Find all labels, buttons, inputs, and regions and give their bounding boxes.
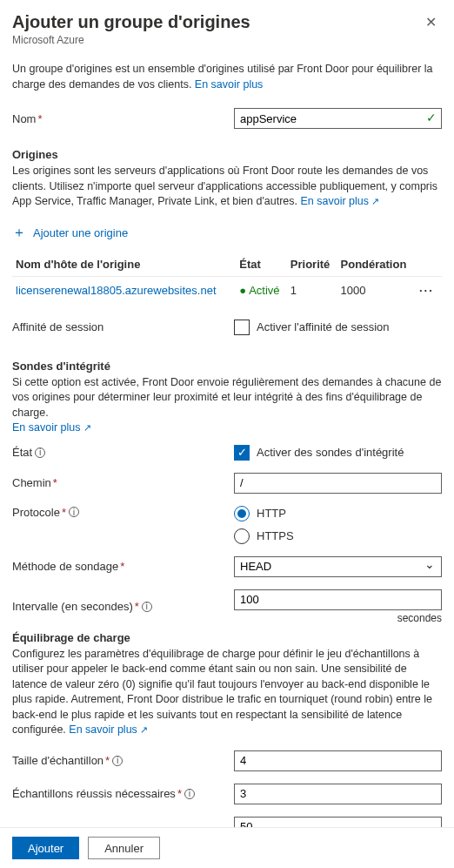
status-enabled-icon: ●: [239, 284, 246, 297]
panel-title: Ajouter un groupe d'origines: [12, 12, 250, 32]
probe-method-select[interactable]: HEAD: [234, 556, 442, 577]
name-input[interactable]: [234, 108, 442, 129]
col-priority: Priorité: [287, 252, 337, 277]
info-icon[interactable]: i: [112, 756, 123, 766]
session-affinity-checkbox[interactable]: [234, 320, 250, 335]
col-status: État: [236, 252, 286, 277]
origin-weight: 1000: [337, 276, 416, 304]
probe-interval-unit: secondes: [234, 612, 442, 624]
probe-state-label: État i: [12, 446, 234, 459]
panel-subtitle: Microsoft Azure: [12, 34, 250, 46]
protocol-https-radio[interactable]: HTTPS: [234, 528, 442, 544]
col-weight: Pondération: [337, 252, 416, 277]
origin-priority: 1: [287, 276, 337, 304]
row-more-icon[interactable]: ···: [419, 284, 434, 297]
health-probes-desc: Si cette option est activée, Front Door …: [12, 375, 442, 436]
sample-size-input[interactable]: [234, 750, 442, 771]
origin-status: ● Activé: [236, 276, 286, 304]
probe-state-text: Activer des sondes d'intégrité: [257, 446, 404, 459]
radio-icon: [234, 506, 250, 521]
session-affinity-label: Affinité de session: [12, 320, 234, 333]
add-origin-label: Ajouter une origine: [33, 226, 128, 239]
probe-protocol-label: Protocole* i: [12, 506, 234, 519]
origins-table: Nom d'hôte de l'origine État Priorité Po…: [12, 252, 442, 304]
info-icon[interactable]: i: [69, 507, 79, 517]
health-probes-learn-more-link[interactable]: En savoir plus: [12, 421, 91, 434]
sample-size-label: Taille d'échantillon* i: [12, 754, 234, 767]
probe-method-label: Méthode de sondage*: [12, 560, 234, 573]
success-samples-input[interactable]: [234, 784, 442, 804]
lb-desc: Configurez les paramètres d'équilibrage …: [12, 647, 442, 738]
probe-path-input[interactable]: [234, 473, 442, 494]
check-icon: ✓: [426, 111, 437, 124]
close-icon[interactable]: ✕: [420, 12, 442, 32]
probe-interval-label: Intervalle (en secondes)* i: [12, 600, 234, 613]
footer: Ajouter Annuler: [0, 827, 454, 868]
info-icon[interactable]: i: [184, 789, 195, 799]
cancel-button[interactable]: Annuler: [88, 837, 160, 859]
origins-title: Origines: [12, 148, 442, 161]
protocol-http-radio[interactable]: HTTP: [234, 506, 442, 521]
intro-text: Un groupe d'origines est un ensemble d'o…: [12, 62, 442, 92]
probe-path-label: Chemin*: [12, 476, 234, 489]
intro-learn-more-link[interactable]: En savoir plus: [195, 78, 264, 91]
name-label: Nom*: [12, 112, 234, 125]
probe-interval-input[interactable]: [234, 589, 442, 610]
table-row: licenserenewal18805.azurewebsites.net ● …: [12, 276, 442, 304]
info-icon[interactable]: i: [35, 447, 45, 458]
health-probes-title: Sondes d'intégrité: [12, 360, 442, 373]
origins-learn-more-link[interactable]: En savoir plus: [301, 195, 380, 207]
add-button[interactable]: Ajouter: [12, 837, 79, 859]
radio-icon: [234, 528, 250, 544]
protocol-https-label: HTTPS: [257, 529, 294, 542]
info-icon[interactable]: i: [142, 602, 152, 612]
lb-title: Équilibrage de charge: [12, 631, 442, 644]
col-host: Nom d'hôte de l'origine: [12, 252, 236, 277]
origins-desc: Les origines sont les serveurs d'applica…: [12, 164, 442, 210]
session-affinity-text: Activer l'affinité de session: [257, 320, 390, 333]
lb-learn-more-link[interactable]: En savoir plus: [69, 723, 148, 736]
plus-icon: ＋: [12, 224, 26, 242]
probe-state-checkbox[interactable]: ✓: [234, 445, 250, 461]
add-origin-button[interactable]: ＋ Ajouter une origine: [12, 224, 442, 242]
success-samples-label: Échantillons réussis nécessaires* i: [12, 787, 234, 800]
protocol-http-label: HTTP: [257, 507, 286, 520]
origin-host-link[interactable]: licenserenewal18805.azurewebsites.net: [12, 276, 236, 304]
